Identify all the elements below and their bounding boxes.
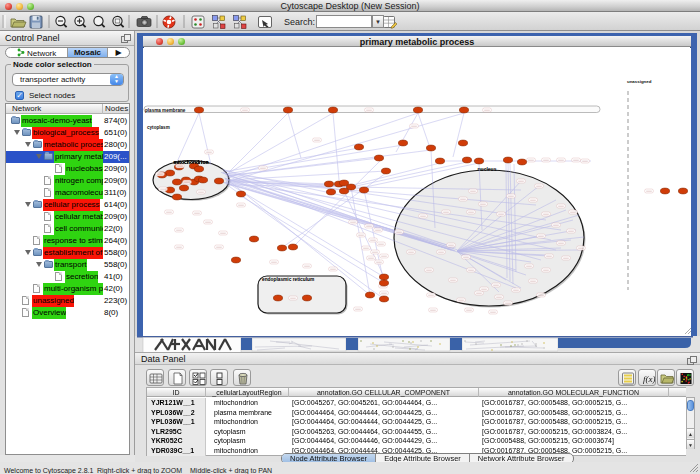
svg-text:unassigned: unassigned [627, 79, 652, 84]
svg-text:endoplasmic reticulum: endoplasmic reticulum [262, 277, 314, 282]
svg-text:nucleus: nucleus [478, 166, 497, 172]
svg-text:cytoplasm: cytoplasm [147, 125, 170, 130]
svg-text:plasma membrane: plasma membrane [145, 108, 186, 113]
svg-text:mitochondrion: mitochondrion [174, 159, 209, 165]
svg-text:f(x): f(x) [643, 374, 655, 384]
